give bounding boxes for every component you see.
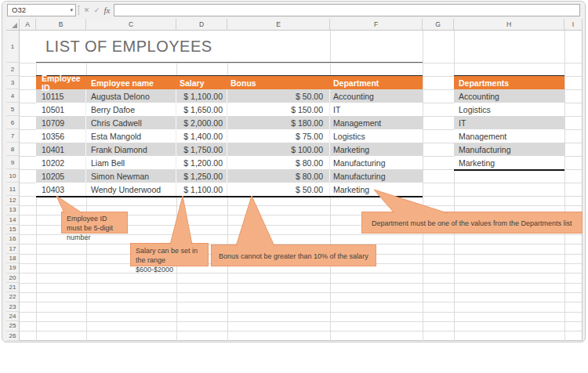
cell-bonus[interactable]: $ 150.00 [227, 103, 330, 116]
cell-department[interactable]: Marketing [330, 143, 423, 156]
cell-department[interactable]: Manufacturing [330, 169, 423, 183]
cell-department[interactable]: Manufacturing [330, 156, 423, 169]
cell-employee-name[interactable]: Esta Mangold [86, 129, 176, 143]
cell-employee-name[interactable]: Simon Newman [86, 169, 176, 183]
department-item[interactable]: Marketing [454, 156, 564, 169]
name-box-dropdown-icon[interactable]: ▾ [70, 5, 73, 16]
cell-employee-name[interactable]: Berry Dafoe [86, 103, 176, 116]
row-number[interactable]: 1 [6, 31, 20, 63]
row-number[interactable]: 13 [6, 205, 20, 215]
name-box[interactable]: O32 ▾ [7, 4, 76, 16]
cell-employee-name[interactable]: Wendy Underwood [86, 183, 176, 196]
cell-employee-name[interactable]: Chris Cadwell [86, 116, 176, 129]
column-header-g[interactable]: G [423, 19, 454, 31]
callout-bonus[interactable]: Bonus cannot be greater than 10% of the … [211, 244, 376, 266]
departments-header[interactable]: Departments [454, 76, 564, 89]
cell-salary[interactable]: $ 1,250.00 [176, 169, 227, 183]
cell-department[interactable]: IT [330, 103, 423, 116]
cancel-button[interactable]: ✕ [82, 4, 92, 16]
cell-employee-id[interactable]: 10501 [36, 103, 86, 116]
cell-employee-id[interactable]: 10202 [36, 156, 86, 169]
row-number[interactable]: 16 [6, 234, 20, 244]
column-header-e[interactable]: E [227, 19, 330, 31]
cell-employee-id[interactable]: 10115 [36, 89, 86, 103]
row-number[interactable]: 8 [6, 143, 20, 156]
column-header-c[interactable]: C [86, 19, 176, 31]
row-number[interactable]: 17 [6, 244, 20, 254]
cell-employee-name[interactable]: Augusta Delono [86, 89, 176, 103]
column-header-f[interactable]: F [330, 19, 423, 31]
column-header-a[interactable]: A [20, 19, 36, 31]
cell-bonus[interactable]: $ 80.00 [227, 169, 330, 183]
row-number[interactable]: 4 [6, 89, 20, 103]
callout-salary[interactable]: Salary can be set in the range $600-$200… [130, 243, 209, 266]
insert-function-button[interactable]: fx [102, 4, 112, 16]
cell-employee-id[interactable]: 10709 [36, 116, 86, 129]
cell-bonus[interactable]: $ 80.00 [227, 156, 330, 169]
row-number[interactable]: 21 [6, 283, 20, 292]
row-number[interactable]: 22 [6, 292, 20, 302]
row-number[interactable]: 15 [6, 225, 20, 234]
row-number[interactable]: 19 [6, 263, 20, 273]
cell-employee-id[interactable]: 10401 [36, 143, 86, 156]
header-salary[interactable]: Salary [176, 76, 227, 89]
row-number[interactable]: 3 [6, 76, 20, 89]
row-number[interactable]: 9 [6, 156, 20, 169]
select-all-corner[interactable] [6, 19, 20, 31]
header-employee-id[interactable]: Employee ID [36, 76, 86, 89]
cell-employee-id[interactable]: 10403 [36, 183, 86, 196]
cell-bonus[interactable]: $ 75.00 [227, 129, 330, 143]
row-number[interactable]: 6 [6, 116, 20, 129]
sheet-title-cell[interactable]: LIST OF EMPLOYEES [36, 31, 330, 62]
row-number[interactable]: 23 [6, 302, 20, 312]
cell-department[interactable]: Logistics [330, 129, 423, 143]
row-number[interactable]: 2 [6, 63, 20, 76]
row-number[interactable]: 20 [6, 273, 20, 283]
cell-salary[interactable]: $ 2,000.00 [176, 116, 227, 129]
department-item[interactable]: Manufacturing [454, 143, 564, 156]
row-number[interactable]: 7 [6, 129, 20, 143]
cell-bonus[interactable]: $ 50.00 [227, 89, 330, 103]
department-item[interactable]: Accounting [454, 89, 564, 103]
page-title: LIST OF EMPLOYEES [45, 38, 212, 56]
header-employee-name[interactable]: Employee name [86, 76, 176, 89]
cell-salary[interactable]: $ 1,750.00 [176, 143, 227, 156]
row-number[interactable]: 5 [6, 103, 20, 116]
header-bonus[interactable]: Bonus [227, 76, 330, 89]
department-item[interactable]: Logistics [454, 103, 564, 116]
column-header-b[interactable]: B [36, 19, 86, 31]
cell-salary[interactable]: $ 1,400.00 [176, 129, 227, 143]
header-department[interactable]: Department [330, 76, 423, 89]
callout-department[interactable]: Department must be one of the values fro… [361, 212, 583, 234]
department-item[interactable]: IT [454, 116, 564, 129]
callout-employee-id[interactable]: Employee ID must be 5-digit number [61, 212, 128, 234]
cell-salary[interactable]: $ 1,200.00 [176, 156, 227, 169]
formula-input[interactable] [114, 4, 580, 16]
confirm-button[interactable]: ✓ [92, 4, 102, 16]
cell-bonus[interactable]: $ 100.00 [227, 143, 330, 156]
cell-salary[interactable]: $ 1,650.00 [176, 103, 227, 116]
cell-department[interactable]: Marketing [330, 183, 423, 196]
row-number[interactable]: 18 [6, 254, 20, 263]
row-number[interactable]: 14 [6, 215, 20, 225]
column-header-d[interactable]: D [176, 19, 227, 31]
department-item[interactable]: Management [454, 129, 564, 143]
cell-salary[interactable]: $ 1,100.00 [176, 89, 227, 103]
column-header-h[interactable]: H [454, 19, 564, 31]
cell-employee-id[interactable]: 10356 [36, 129, 86, 143]
cell-employee-name[interactable]: Frank Diamond [86, 143, 176, 156]
row-number[interactable]: 24 [6, 312, 20, 321]
row-number[interactable]: 26 [6, 331, 20, 341]
cell-department[interactable]: Management [330, 116, 423, 129]
column-header-i[interactable]: I [564, 19, 583, 31]
cell-bonus[interactable]: $ 180.00 [227, 116, 330, 129]
cell-department[interactable]: Accounting [330, 89, 423, 103]
row-number[interactable]: 25 [6, 321, 20, 331]
cell-salary[interactable]: $ 1,100.00 [176, 183, 227, 196]
cell-employee-id[interactable]: 10205 [36, 169, 86, 183]
cell-employee-name[interactable]: Liam Bell [86, 156, 176, 169]
cell-bonus[interactable]: $ 50.00 [227, 183, 330, 196]
row-number[interactable]: 12 [6, 196, 20, 205]
row-number[interactable]: 11 [6, 183, 20, 196]
row-number[interactable]: 10 [6, 169, 20, 183]
